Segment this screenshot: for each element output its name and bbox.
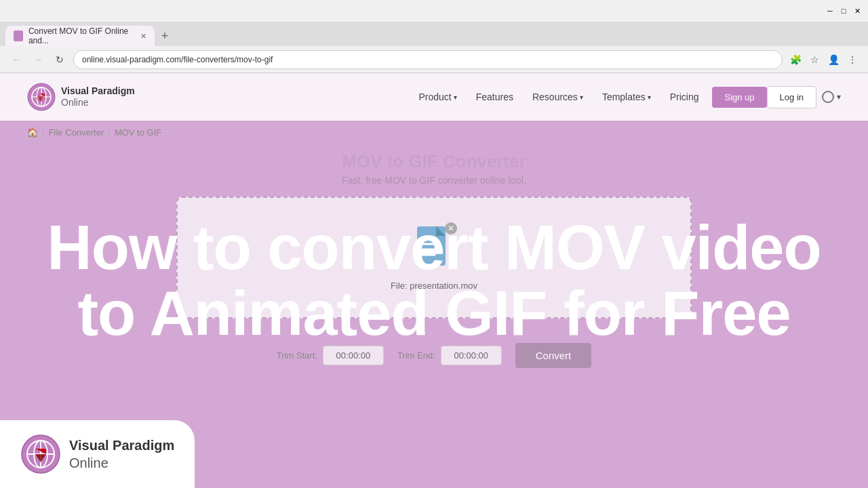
breadcrumb-sep2: / (108, 127, 111, 138)
converter-title: MOV to GIF Converter (0, 151, 868, 172)
templates-arrow: ▾ (648, 94, 651, 101)
logo-text: Visual Paradigm Online (61, 85, 135, 108)
star-icon[interactable]: ☆ (807, 52, 822, 67)
trim-start-group: Trim Start: (277, 346, 384, 365)
trim-end-group: Trim End: (397, 346, 502, 365)
signup-button[interactable]: Sign up (712, 87, 766, 108)
breadcrumb: 🏠 / File Converter / MOV to GIF (0, 121, 868, 144)
logo[interactable]: Visual Paradigm Online (27, 83, 135, 111)
tab-bar: Convert MOV to GIF Online and... ✕ + (0, 22, 868, 46)
breadcrumb-home[interactable]: 🏠 (27, 127, 38, 138)
main-content: MOV to GIF Converter Fast, free MOV to G… (0, 144, 868, 379)
nav-resources[interactable]: Resources ▾ (532, 92, 583, 102)
converter-section: MOV to GIF Converter Fast, free MOV to G… (0, 144, 868, 332)
trim-start-label: Trim Start: (277, 350, 317, 361)
tab-close-icon[interactable]: ✕ (140, 32, 146, 41)
tab-favicon (14, 30, 23, 41)
new-tab-button[interactable]: + (155, 26, 175, 46)
navbar: Visual Paradigm Online Product ▾ Feature… (0, 73, 868, 121)
breadcrumb-file-converter[interactable]: File Converter (49, 127, 104, 138)
bottom-logo-text: Visual Paradigm Online (69, 436, 174, 472)
trim-end-label: Trim End: (397, 350, 435, 361)
product-arrow: ▾ (454, 94, 457, 101)
nav-features[interactable]: Features (476, 92, 513, 102)
close-button[interactable]: ✕ (852, 5, 863, 16)
trim-end-input[interactable] (441, 346, 502, 365)
language-selector[interactable]: ▾ (822, 91, 841, 103)
converter-subtitle: Fast, free MOV to GIF converter online t… (0, 175, 868, 186)
window-controls: ─ □ ✕ (825, 5, 863, 16)
website: Visual Paradigm Online Product ▾ Feature… (0, 73, 868, 488)
forward-button[interactable]: → (30, 52, 46, 68)
globe-icon (822, 91, 834, 103)
bottom-logo: Visual Paradigm Online (0, 420, 195, 488)
nav-pricing[interactable]: Pricing (670, 92, 699, 102)
login-button[interactable]: Log in (767, 86, 816, 108)
trim-start-input[interactable] (323, 346, 384, 365)
url-input[interactable]: online.visual-paradigm.com/file-converte… (73, 50, 783, 69)
browser-chrome: ─ □ ✕ Convert MOV to GIF Online and... ✕… (0, 0, 868, 73)
title-bar: ─ □ ✕ (0, 0, 868, 22)
toolbar-right: 🧩 ☆ 👤 ⋮ (788, 52, 860, 67)
nav-menu: Product ▾ Features Resources ▾ Templates… (418, 92, 698, 102)
file-name: File: presentation.mov (391, 281, 477, 291)
profile-icon[interactable]: 👤 (826, 52, 841, 67)
breadcrumb-sep1: / (42, 127, 45, 138)
file-remove-button[interactable]: ✕ (445, 222, 457, 235)
bottom-logo-icon (20, 434, 61, 474)
refresh-button[interactable]: ↻ (52, 52, 68, 68)
nav-templates[interactable]: Templates ▾ (602, 92, 651, 102)
active-tab[interactable]: Convert MOV to GIF Online and... ✕ (5, 26, 155, 46)
maximize-button[interactable]: □ (838, 5, 849, 16)
breadcrumb-current: MOV to GIF (115, 127, 161, 138)
address-bar: ← → ↻ online.visual-paradigm.com/file-co… (0, 46, 868, 73)
tab-title: Convert MOV to GIF Online and... (28, 26, 135, 45)
resources-arrow: ▾ (580, 94, 583, 101)
converter-box[interactable]: ✕ File: presentation.mov (176, 197, 692, 319)
minimize-button[interactable]: ─ (825, 5, 835, 16)
menu-icon[interactable]: ⋮ (845, 52, 860, 67)
back-button[interactable]: ← (8, 52, 24, 68)
logo-icon (27, 83, 56, 111)
extensions-icon[interactable]: 🧩 (788, 52, 803, 67)
convert-button[interactable]: Convert (515, 343, 592, 368)
lang-arrow: ▾ (837, 92, 841, 102)
nav-product[interactable]: Product ▾ (418, 92, 456, 102)
converter-controls: Trim Start: Trim End: Convert (0, 332, 868, 379)
